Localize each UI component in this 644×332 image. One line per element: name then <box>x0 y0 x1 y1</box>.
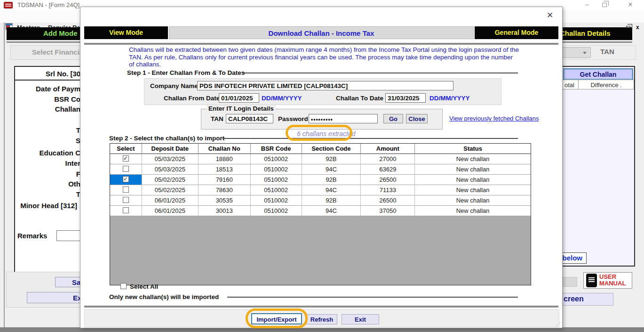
cell-select <box>110 154 142 164</box>
tab-view-mode[interactable]: View Mode <box>84 26 168 39</box>
company-name-input[interactable]: PDS INFOTECH PRIVATE LIMITED [CALP08143C… <box>197 81 453 90</box>
cell-status: New challan <box>415 164 531 175</box>
cell-select <box>110 195 142 206</box>
window-minimize-icon[interactable]: – <box>580 1 594 8</box>
row-checkbox[interactable] <box>123 155 129 162</box>
dialog-close-icon[interactable]: ✕ <box>544 10 556 20</box>
field-label-surcharge: S <box>14 137 80 145</box>
step1-heading: Step 1 - Enter Challan From & To Dates <box>127 69 245 76</box>
cell-section-code: 92B <box>302 175 361 185</box>
field-label-minor-head: Minor Head [312] <box>14 202 77 210</box>
challan-from-date-input[interactable]: 01/01/2025 <box>219 93 259 103</box>
window-frame-border <box>4 23 5 327</box>
row-checkbox[interactable] <box>123 186 129 193</box>
cell-deposit-date: 05/03/2025 <box>142 164 199 175</box>
cell-section-code: 94C <box>302 164 361 175</box>
header-divider <box>84 43 558 45</box>
row-checkbox[interactable] <box>123 207 129 213</box>
challan-details-label: Challan Details <box>560 29 611 37</box>
go-button[interactable]: Go <box>383 114 403 123</box>
close-button[interactable]: Close <box>406 114 428 123</box>
table-row: 05/02/2025 78630 0510002 94C 71133 New c… <box>110 185 531 195</box>
col-header-select: Select <box>110 144 142 154</box>
field-label-total: T <box>14 190 80 198</box>
footer-divider <box>84 306 558 308</box>
refresh-button[interactable]: Refresh <box>306 314 337 324</box>
col-header-section-code: Section Code <box>302 144 361 154</box>
password-label: Password <box>278 115 308 122</box>
cell-deposit-date: 05/02/2025 <box>142 175 199 185</box>
select-financial-year-label: Select Financia <box>32 48 83 56</box>
tdsman-app-icon <box>4 2 13 8</box>
field-label-date-of-payment: Date of Paym <box>14 85 80 93</box>
from-date-format-hint: DD/MM/YYYY <box>262 95 302 102</box>
to-date-format-hint: DD/MM/YYYY <box>429 95 470 102</box>
cell-section-code: 92B <box>302 195 361 206</box>
cell-amount: 63629 <box>361 164 415 175</box>
cell-amount: 37050 <box>361 206 415 216</box>
get-challan-button[interactable]: Get Challan <box>564 69 633 80</box>
cell-status: New challan <box>415 206 531 216</box>
cell-bsr-code: 0510002 <box>251 195 302 206</box>
select-all-checkbox[interactable] <box>120 283 127 289</box>
challan-to-date-input[interactable]: 31/03/2025 <box>385 93 426 103</box>
view-fetched-challans-link[interactable]: View previously fetched Challans <box>449 115 539 122</box>
cell-amount: 71133 <box>361 185 415 195</box>
download-challan-dialog: ✕ View Mode Download Challan - Income Ta… <box>80 7 563 328</box>
table-row: 05/02/2025 79160 0510002 92B 26500 New c… <box>110 175 531 185</box>
it-login-group-title: Enter IT Login Details <box>207 105 276 112</box>
window-title: TDSMAN - [Form 24Q] <box>17 1 80 8</box>
instructions-text: Challans will be extracted between two g… <box>129 46 519 68</box>
cell-deposit-date: 06/01/2025 <box>142 195 199 206</box>
cell-section-code: 92B <box>302 154 361 164</box>
cell-amount: 26500 <box>361 195 415 206</box>
field-label-others: Oth <box>14 180 80 188</box>
select-all-label: Select All <box>130 283 158 290</box>
cell-amount: 26500 <box>361 175 415 185</box>
cell-deposit-date: 06/01/2025 <box>142 206 199 216</box>
cell-deposit-date: 05/02/2025 <box>142 185 199 195</box>
grid-column-difference: Difference . <box>579 80 634 89</box>
col-header-deposit-date: Deposit Date <box>142 144 199 154</box>
cell-section-code: 94C <box>302 206 361 216</box>
user-manual-button[interactable]: USER MANUAL <box>583 272 632 289</box>
tan-input[interactable]: CALP08143C <box>226 114 273 123</box>
cell-select <box>110 175 142 185</box>
cell-select <box>110 164 142 175</box>
user-manual-label: USER MANUAL <box>599 274 626 287</box>
manual-book-icon <box>586 274 597 287</box>
exit-button[interactable]: Exit <box>342 314 379 324</box>
tan-static-label: TAN <box>600 48 614 56</box>
window-restore-icon[interactable] <box>602 3 607 7</box>
password-input[interactable]: ••••••••• <box>309 114 378 123</box>
challan-from-date-label: Challan From Date <box>164 95 220 102</box>
cell-select <box>110 206 142 216</box>
col-header-bsr-code: BSR Code <box>251 144 302 154</box>
srl-no-header: Srl No. [30 <box>46 70 80 78</box>
cell-bsr-code: 0510002 <box>251 154 302 164</box>
field-label-interest: Inter <box>14 159 80 167</box>
cell-bsr-code: 0510002 <box>251 164 302 175</box>
import-export-button[interactable]: Import/Export <box>251 313 302 324</box>
table-row: 06/01/2025 30535 0510002 92B 26500 New c… <box>110 195 531 206</box>
field-label-bsr-code: BSR Co <box>14 95 80 103</box>
cell-challan-no: 79160 <box>199 175 251 185</box>
cell-status: New challan <box>415 154 531 164</box>
resize-grip-icon[interactable]: ⋰ <box>556 321 561 327</box>
mdi-close-icon[interactable]: x <box>636 24 639 31</box>
cell-bsr-code: 0510002 <box>251 175 302 185</box>
highlight-annotation-extracted <box>286 125 352 141</box>
cell-bsr-code: 0510002 <box>251 206 302 216</box>
cell-bsr-code: 0510002 <box>251 185 302 195</box>
row-checkbox[interactable] <box>123 197 129 203</box>
tab-general-mode[interactable]: General Mode <box>475 26 558 39</box>
cell-challan-no: 78630 <box>199 185 251 195</box>
row-checkbox[interactable] <box>123 176 129 182</box>
cell-status: New challan <box>415 175 531 185</box>
step2-heading: Step 2 - Select the challan(s) to import <box>109 135 224 142</box>
row-checkbox[interactable] <box>123 166 129 172</box>
cell-select <box>110 185 142 195</box>
tan-label: TAN <box>211 115 223 122</box>
window-close-icon[interactable]: ✕ <box>624 1 637 8</box>
table-row: 05/03/2025 18880 0510002 92B 27000 New c… <box>110 154 531 164</box>
